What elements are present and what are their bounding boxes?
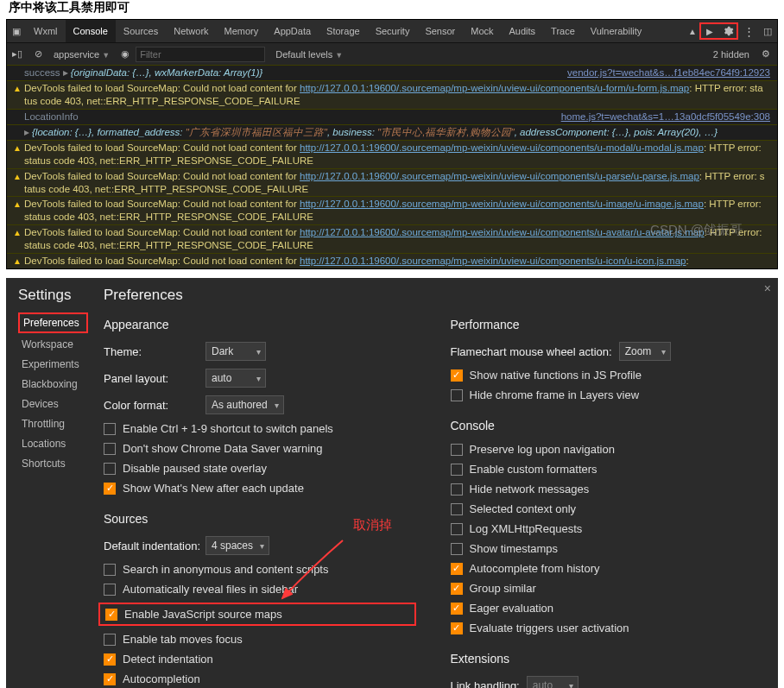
checkbox-js-sourcemaps[interactable] bbox=[105, 609, 117, 621]
tab-audits[interactable]: Audits bbox=[502, 20, 544, 42]
url-link[interactable]: http://127.0.0.1:19600/.sourcemap/mp-wei… bbox=[300, 83, 689, 93]
panel-layout-select[interactable]: auto bbox=[205, 369, 266, 388]
console-row[interactable]: success ▸{originalData: {…}, wxMarkerDat… bbox=[7, 65, 777, 80]
tab-trace[interactable]: Trace bbox=[543, 20, 583, 42]
console-row[interactable]: DevTools failed to load SourceMap: Could… bbox=[7, 224, 777, 253]
sidebar-item-blackboxing[interactable]: Blackboxing bbox=[18, 376, 88, 393]
sidebar-item-locations[interactable]: Locations bbox=[18, 435, 88, 452]
console-row[interactable]: DevTools failed to load SourceMap: Could… bbox=[7, 253, 777, 268]
warning-icon bbox=[10, 226, 24, 252]
checkbox-pausedoverlay[interactable] bbox=[104, 463, 116, 475]
checkbox-search-anon[interactable] bbox=[104, 564, 116, 576]
console-row[interactable]: ▸{location: {…}, formatted_address: "广东省… bbox=[7, 124, 777, 140]
eye-icon[interactable]: ◉ bbox=[115, 48, 136, 60]
source-link[interactable]: home.js?t=wechat&s=1…13a0dcf5f05549e:308 bbox=[561, 110, 770, 123]
theme-select[interactable]: Dark bbox=[205, 342, 266, 361]
checkbox[interactable] bbox=[451, 583, 463, 595]
close-icon[interactable]: × bbox=[764, 281, 771, 295]
console-row[interactable]: LocationInfo home.js?t=wechat&s=1…13a0dc… bbox=[7, 109, 777, 124]
expand-icon[interactable]: ▸ bbox=[24, 127, 29, 137]
console-row[interactable]: DevTools failed to load SourceMap: Could… bbox=[7, 140, 777, 168]
checkbox[interactable] bbox=[451, 523, 463, 535]
indent-label: Default indentation: bbox=[104, 540, 205, 552]
warning-count-icon[interactable]: ▲ bbox=[686, 27, 699, 36]
highlighted-sourcemap-row: Enable JavaScript source maps bbox=[98, 603, 416, 626]
checkbox[interactable] bbox=[451, 543, 463, 555]
sidebar-toggle-icon[interactable]: ▸▯ bbox=[7, 48, 28, 60]
url-link[interactable]: http://127.0.0.1:19600/.sourcemap/mp-wei… bbox=[300, 256, 686, 266]
source-link[interactable]: vendor.js?t=wechat&s…f1eb84ec764f9:12923 bbox=[567, 66, 770, 79]
tab-wxml[interactable]: Wxml bbox=[26, 20, 66, 42]
tab-mock[interactable]: Mock bbox=[463, 20, 501, 42]
checkbox-label: Don't show Chrome Data Saver warning bbox=[123, 442, 323, 455]
settings-gear-highlighted[interactable]: ▶ bbox=[699, 22, 738, 40]
filter-input[interactable] bbox=[136, 47, 265, 62]
tab-console[interactable]: Console bbox=[66, 20, 116, 42]
dock-icon[interactable]: ◫ bbox=[758, 26, 777, 37]
checkbox-native-fns[interactable] bbox=[451, 369, 463, 382]
context-selector[interactable]: appservice ▼ bbox=[48, 49, 115, 60]
tab-sensor[interactable]: Sensor bbox=[417, 20, 463, 42]
console-settings-icon[interactable]: ⚙ bbox=[755, 48, 777, 60]
section-extensions: Extensions bbox=[451, 652, 763, 666]
sidebar-item-experiments[interactable]: Experiments bbox=[18, 356, 88, 373]
checkbox-datasaver[interactable] bbox=[104, 443, 116, 455]
sidebar-item-shortcuts[interactable]: Shortcuts bbox=[18, 455, 88, 472]
tab-network[interactable]: Network bbox=[166, 20, 216, 42]
checkbox-ctrl19[interactable] bbox=[104, 423, 116, 435]
checkbox-tab-focus[interactable] bbox=[104, 634, 116, 646]
checkbox-label: Hide network messages bbox=[470, 483, 590, 495]
checkbox[interactable] bbox=[451, 464, 463, 476]
more-icon[interactable]: ⋮ bbox=[740, 25, 758, 38]
tab-storage[interactable]: Storage bbox=[319, 20, 368, 42]
checkbox-whatsnew[interactable] bbox=[104, 483, 116, 495]
console-row[interactable]: DevTools failed to load SourceMap: Could… bbox=[7, 80, 777, 109]
warning-icon bbox=[10, 255, 24, 268]
sidebar-item-devices[interactable]: Devices bbox=[18, 395, 88, 413]
clear-console-icon[interactable]: ⊘ bbox=[28, 48, 48, 60]
checkbox[interactable] bbox=[451, 483, 463, 495]
tab-sources[interactable]: Sources bbox=[116, 20, 166, 42]
checkbox[interactable] bbox=[451, 444, 463, 456]
checkbox[interactable] bbox=[451, 563, 463, 575]
checkbox-auto-reveal[interactable] bbox=[104, 584, 116, 596]
section-performance: Performance bbox=[451, 318, 763, 331]
hidden-count[interactable]: 2 hidden bbox=[713, 49, 755, 60]
inspect-icon[interactable]: ▣ bbox=[7, 26, 26, 37]
expand-icon[interactable]: ▸ bbox=[63, 67, 68, 78]
checkbox[interactable] bbox=[451, 603, 463, 615]
wheel-select[interactable]: Zoom bbox=[619, 342, 671, 361]
url-link[interactable]: http://127.0.0.1:19600/.sourcemap/mp-wei… bbox=[300, 199, 704, 209]
link-handling-select[interactable]: auto bbox=[527, 676, 579, 688]
url-link[interactable]: http://127.0.0.1:19600/.sourcemap/mp-wei… bbox=[300, 142, 704, 153]
console-log-area: success ▸{originalData: {…}, wxMarkerDat… bbox=[7, 65, 777, 268]
checkbox-label: Group similar bbox=[470, 582, 536, 595]
sidebar-item-preferences[interactable]: Preferences bbox=[18, 312, 88, 333]
checkbox-label: Enable Ctrl + 1-9 shortcut to switch pan… bbox=[123, 422, 333, 435]
checkbox[interactable] bbox=[451, 503, 463, 515]
console-row[interactable]: DevTools failed to load SourceMap: Could… bbox=[7, 168, 777, 197]
tab-vulnerability[interactable]: Vulnerability bbox=[583, 20, 650, 42]
settings-sidebar: Settings Preferences Workspace Experimen… bbox=[6, 278, 88, 688]
url-link[interactable]: http://127.0.0.1:19600/.sourcemap/mp-wei… bbox=[300, 227, 705, 237]
tab-appdata[interactable]: AppData bbox=[266, 20, 319, 42]
sidebar-item-throttling[interactable]: Throttling bbox=[18, 415, 88, 432]
sidebar-item-workspace[interactable]: Workspace bbox=[18, 336, 88, 353]
tab-security[interactable]: Security bbox=[368, 20, 418, 42]
preferences-title: Preferences bbox=[104, 287, 762, 304]
checkbox-label: Show What's New after each update bbox=[123, 482, 304, 495]
log-levels-selector[interactable]: Default levels ▼ bbox=[270, 49, 348, 60]
checkbox-hide-frame[interactable] bbox=[451, 389, 463, 401]
indent-select[interactable]: 4 spaces bbox=[205, 536, 269, 555]
console-row[interactable]: DevTools failed to load SourceMap: Could… bbox=[7, 196, 777, 224]
url-link[interactable]: http://127.0.0.1:19600/.sourcemap/mp-wei… bbox=[300, 171, 699, 181]
checkbox-label: Disable paused state overlay bbox=[123, 462, 267, 475]
checkbox-detect-indent[interactable] bbox=[104, 653, 116, 666]
color-format-label: Color format: bbox=[104, 399, 205, 412]
checkbox[interactable] bbox=[451, 622, 463, 634]
checkbox-label: Autocompletion bbox=[123, 672, 200, 685]
console-option-row: Autocomplete from history bbox=[451, 562, 763, 575]
checkbox-autocompletion[interactable] bbox=[104, 673, 116, 685]
tab-memory[interactable]: Memory bbox=[217, 20, 267, 42]
color-format-select[interactable]: As authored bbox=[205, 395, 284, 414]
